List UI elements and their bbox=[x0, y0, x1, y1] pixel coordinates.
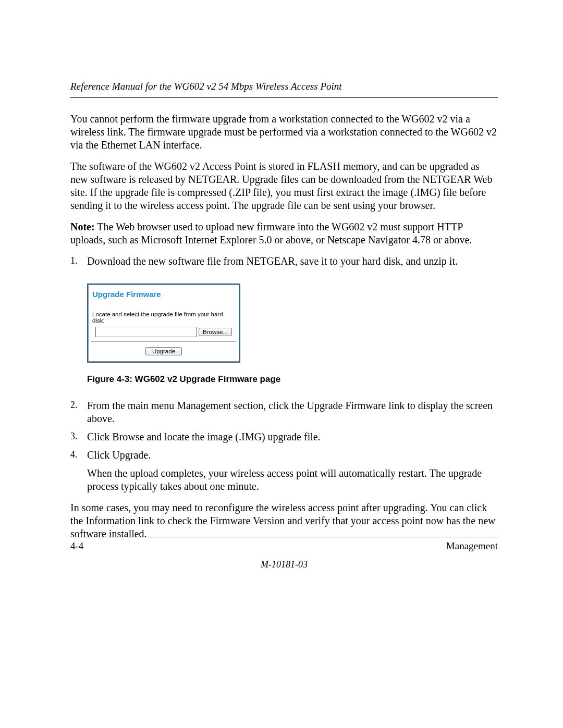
note-paragraph: Note: The Web browser used to upload new… bbox=[70, 220, 498, 246]
page-footer: 4-4 Management M-10181-03 bbox=[70, 537, 498, 570]
note-text: The Web browser used to upload new firmw… bbox=[70, 221, 472, 245]
note-label: Note: bbox=[70, 221, 95, 232]
upgrade-button[interactable]: Upgrade bbox=[145, 347, 182, 355]
step-item: Click Browse and locate the image (.IMG)… bbox=[87, 430, 498, 443]
step-item: From the main menu Management section, c… bbox=[87, 399, 498, 425]
panel-instruction-label: Locate and select the upgrade file from … bbox=[88, 311, 239, 327]
panel-title: Upgrade Firmware bbox=[88, 285, 239, 311]
ordered-steps-top: Download the new software file from NETG… bbox=[70, 255, 498, 268]
body-paragraph: In some cases, you may need to reconfigu… bbox=[70, 501, 498, 540]
figure-caption: Figure 4-3: WG602 v2 Upgrade Firmware pa… bbox=[87, 374, 498, 385]
body-paragraph: You cannot perform the firmware upgrade … bbox=[70, 113, 498, 152]
ordered-steps-bottom: From the main menu Management section, c… bbox=[70, 399, 498, 493]
upgrade-file-input[interactable] bbox=[95, 327, 197, 337]
body-paragraph: The software of the WG602 v2 Access Poin… bbox=[70, 160, 498, 212]
page-number: 4-4 bbox=[70, 540, 83, 552]
browse-button[interactable]: Browse... bbox=[199, 328, 232, 336]
screenshot-panel: Upgrade Firmware Locate and select the u… bbox=[87, 283, 240, 363]
step-item: Download the new software file from NETG… bbox=[87, 255, 498, 268]
figure-upgrade-firmware: Upgrade Firmware Locate and select the u… bbox=[87, 283, 498, 385]
step-text: Click Upgrade. bbox=[87, 449, 151, 461]
document-id: M-10181-03 bbox=[70, 559, 498, 570]
step-item: Click Upgrade. When the upload completes… bbox=[87, 449, 498, 493]
section-name: Management bbox=[446, 540, 498, 552]
step-followup: When the upload completes, your wireless… bbox=[87, 467, 498, 493]
running-header: Reference Manual for the WG602 v2 54 Mbp… bbox=[70, 81, 498, 98]
